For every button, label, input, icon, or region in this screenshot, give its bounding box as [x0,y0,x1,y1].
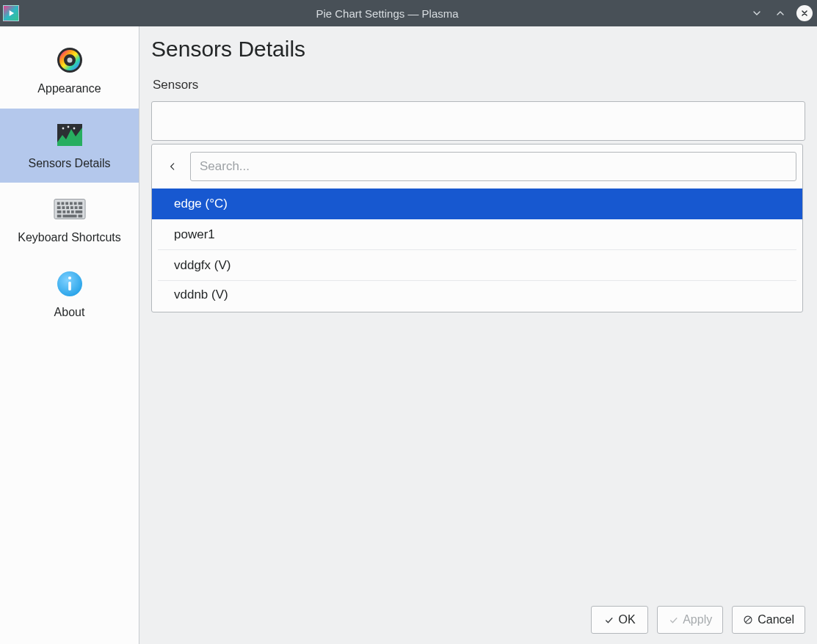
sensor-option-label: power1 [174,227,215,242]
svg-rect-27 [78,215,82,218]
svg-rect-17 [70,206,73,209]
info-icon [54,268,86,300]
sidebar-item-sensors-details[interactable]: Sensors Details [0,109,139,183]
ok-button[interactable]: OK [591,606,648,634]
svg-rect-21 [62,211,65,213]
svg-rect-16 [66,206,69,209]
svg-point-6 [73,127,75,129]
svg-rect-8 [57,202,59,205]
svg-rect-19 [79,206,82,209]
sidebar-item-label: Keyboard Shortcuts [18,231,121,244]
svg-rect-11 [70,202,73,205]
sensors-section-label: Sensors [153,78,805,92]
window-controls [749,5,813,21]
appearance-icon [54,44,86,76]
window-title: Pie Chart Settings — Plasma [25,7,749,20]
ok-button-label: OK [619,613,636,626]
settings-sidebar: Appearance Sensors Details [0,26,139,644]
sensor-option-list: edge (°C) power1 vddgfx (V) vddnb (V) [158,189,796,312]
svg-rect-18 [74,206,77,209]
sensors-field[interactable] [151,101,805,141]
svg-rect-22 [67,211,70,213]
apply-button[interactable]: Apply [657,606,723,634]
sensor-option[interactable]: power1 [158,219,796,250]
svg-rect-23 [70,211,73,213]
cancel-button[interactable]: Cancel [732,606,805,634]
minimize-icon[interactable] [749,6,764,21]
back-button[interactable] [162,155,183,178]
sidebar-item-label: About [54,306,85,319]
sidebar-item-appearance[interactable]: Appearance [0,34,139,109]
maximize-icon[interactable] [773,6,788,21]
app-icon [3,5,19,21]
svg-point-4 [62,127,64,129]
dialog-footer: OK Apply Cancel [139,597,817,644]
search-input[interactable] [190,152,796,181]
cancel-icon [743,615,753,625]
sensor-option-label: vddgfx (V) [174,258,230,273]
svg-rect-29 [68,282,71,290]
svg-point-5 [67,125,69,128]
svg-rect-15 [62,206,65,209]
sensor-option[interactable]: vddgfx (V) [158,250,796,281]
svg-rect-20 [57,211,61,213]
sensor-option-label: edge (°C) [174,197,228,211]
sidebar-item-keyboard-shortcuts[interactable]: Keyboard Shortcuts [0,183,139,257]
svg-point-2 [67,58,72,63]
main-panel: Sensors Details Sensors edge (°C) [139,26,817,644]
page-title: Sensors Details [151,37,805,62]
sensor-option[interactable]: vddnb (V) [158,281,796,312]
svg-point-30 [68,277,70,279]
check-icon [604,615,614,625]
svg-rect-26 [62,215,76,218]
check-icon [668,615,678,625]
sidebar-item-about[interactable]: About [0,257,139,332]
keyboard-icon [54,193,86,225]
svg-rect-13 [78,202,82,205]
sensor-picker-popup: edge (°C) power1 vddgfx (V) vddnb (V) [151,144,803,312]
cancel-button-label: Cancel [758,613,794,626]
sensor-option[interactable]: edge (°C) [152,189,802,219]
svg-rect-9 [61,202,64,205]
svg-rect-14 [57,206,60,209]
svg-rect-25 [57,215,61,218]
svg-rect-24 [75,211,82,213]
apply-button-label: Apply [683,613,712,626]
svg-rect-10 [65,202,68,205]
close-icon[interactable] [796,5,813,21]
svg-line-32 [746,618,750,622]
sensors-details-icon [54,119,86,151]
sidebar-item-label: Sensors Details [28,157,110,170]
sensor-option-label: vddnb (V) [174,288,228,302]
svg-rect-12 [73,202,76,205]
window-titlebar: Pie Chart Settings — Plasma [0,0,817,26]
sidebar-item-label: Appearance [37,82,101,95]
